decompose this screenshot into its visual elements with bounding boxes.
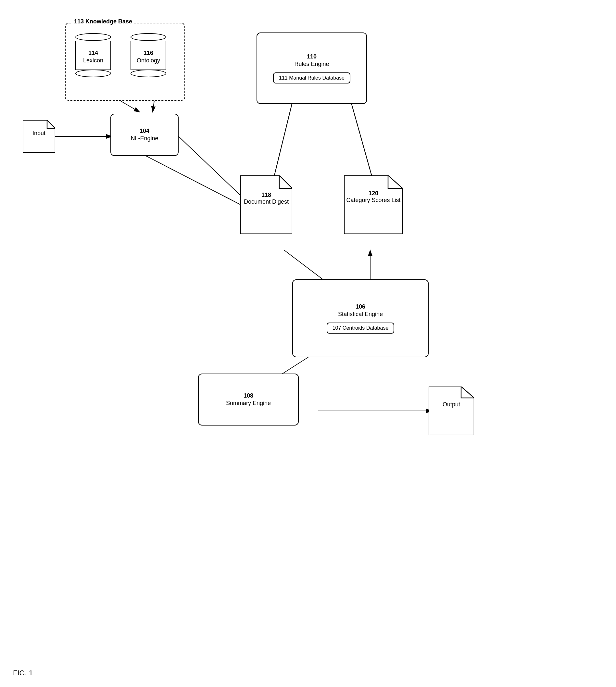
doc-digest-label: 118 Document Digest xyxy=(240,192,292,205)
centroids-db-label: 107 Centroids Database xyxy=(332,325,389,331)
stat-engine-id: 106 xyxy=(356,303,365,310)
summary-engine-name: Summary Engine xyxy=(226,400,271,406)
input-doc: Input xyxy=(23,120,55,153)
lexicon-id: 114 xyxy=(88,50,98,56)
diagram: 113 Knowledge Base 114Lexicon 116Ontolog… xyxy=(13,13,597,630)
nl-engine-box: 104 NL-Engine xyxy=(110,114,179,156)
doc-digest-name: Document Digest xyxy=(244,198,289,205)
svg-marker-18 xyxy=(428,387,474,435)
cat-scores-id: 120 xyxy=(369,190,378,196)
stat-engine-name: Statistical Engine xyxy=(338,311,383,317)
figure-label: FIG. 1 xyxy=(13,669,33,677)
svg-line-6 xyxy=(143,154,247,208)
rules-db-label: 111 Manual Rules Database xyxy=(279,75,345,81)
doc-digest-id: 118 xyxy=(261,192,271,198)
rules-engine-id: 110 xyxy=(307,53,316,60)
input-label: Input xyxy=(23,130,55,137)
lexicon-cylinder: 114Lexicon xyxy=(75,33,111,78)
cat-scores-name: Category Scores List xyxy=(346,197,400,203)
knowledge-base-box: 113 Knowledge Base 114Lexicon 116Ontolog… xyxy=(65,23,185,101)
statistical-engine-box: 106 Statistical Engine 107 Centroids Dat… xyxy=(292,279,428,357)
svg-marker-17 xyxy=(344,175,403,234)
rules-engine-name: Rules Engine xyxy=(294,61,329,67)
nl-engine-name: NL-Engine xyxy=(131,135,158,142)
summary-engine-id: 108 xyxy=(244,392,253,399)
output-doc: Output xyxy=(428,387,474,435)
rules-engine-box: 110 Rules Engine 111 Manual Rules Databa… xyxy=(257,33,367,104)
ontology-name: Ontology xyxy=(137,57,160,64)
summary-engine-box: 108 Summary Engine xyxy=(198,373,299,426)
rules-db-inner: 111 Manual Rules Database xyxy=(273,72,350,84)
lexicon-name: Lexicon xyxy=(83,57,103,64)
knowledge-base-label: 113 Knowledge Base xyxy=(74,18,132,25)
svg-line-5 xyxy=(179,136,247,201)
nl-engine-id: 104 xyxy=(140,128,149,134)
output-label: Output xyxy=(428,401,474,408)
cat-scores-label: 120 Category Scores List xyxy=(344,190,403,204)
ontology-cylinder: 116Ontology xyxy=(131,33,166,78)
category-scores-doc: 120 Category Scores List xyxy=(344,175,403,234)
document-digest-doc: 118 Document Digest xyxy=(240,175,292,234)
centroids-db-inner: 107 Centroids Database xyxy=(327,323,395,334)
ontology-id: 116 xyxy=(144,50,153,56)
